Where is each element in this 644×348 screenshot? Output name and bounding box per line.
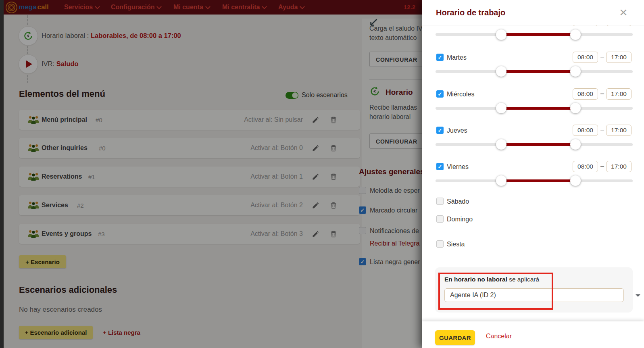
day-row-viernes: ✓ Viernes 08:00 – 17:00 <box>422 160 644 194</box>
panel-header: Horario de trabajo × <box>422 0 644 25</box>
slider-thumb-start[interactable] <box>496 103 506 113</box>
close-icon[interactable]: × <box>615 4 631 20</box>
time-start-input[interactable]: 08:00 <box>573 88 598 100</box>
time-end-input[interactable]: 17:00 <box>606 88 631 100</box>
app-root: megacall Servicios Configuración Mi cuen… <box>0 0 644 348</box>
day-checkbox[interactable]: ✓ <box>436 54 444 61</box>
slider-thumb-end[interactable] <box>570 139 581 150</box>
after-hours-label: En horario no laboral se aplicará <box>444 276 539 283</box>
day-row-miercoles: ✓ Miércoles 08:00 – 17:00 <box>422 88 644 121</box>
day-checkbox[interactable]: ✓ <box>436 163 444 170</box>
after-hours-selected-value: Agente IA (ID 2) <box>450 289 496 302</box>
slider-thumb-start[interactable] <box>496 175 506 186</box>
day-label: Domingo <box>447 216 473 223</box>
time-start-input[interactable]: 08:00 <box>573 52 598 63</box>
divider <box>430 232 636 232</box>
day-row-jueves: ✓ Jueves 08:00 – 17:00 <box>422 124 644 158</box>
slider-active-range <box>501 107 575 110</box>
day-label: Viernes <box>447 163 469 171</box>
slider-thumb-end[interactable] <box>570 103 581 113</box>
time-end-input[interactable]: 17:00 <box>606 161 631 172</box>
time-dash: – <box>600 90 604 97</box>
domingo-checkbox[interactable] <box>436 215 444 223</box>
time-end-input[interactable]: 17:00 <box>606 125 631 136</box>
siesta-label: Siesta <box>447 241 465 248</box>
time-dash: – <box>600 163 604 170</box>
cancel-button[interactable]: Cancelar <box>486 333 512 340</box>
day-label: Sábado <box>447 198 469 205</box>
time-dash: – <box>600 53 604 60</box>
sabado-checkbox[interactable] <box>436 198 444 205</box>
time-dash: – <box>600 126 604 133</box>
day-label: Miércoles <box>447 91 474 98</box>
day-row-martes: ✓ Martes 08:00 – 17:00 <box>422 51 644 85</box>
time-range-slider[interactable] <box>436 70 633 73</box>
day-label: Jueves <box>447 127 467 134</box>
slider-active-range <box>501 143 575 146</box>
after-hours-select[interactable]: Agente IA (ID 2) <box>444 288 624 302</box>
slider-thumb-end[interactable] <box>570 29 581 40</box>
check-icon: ✓ <box>438 164 442 169</box>
caret-down-icon <box>636 294 640 297</box>
slider-active-range <box>501 179 575 182</box>
time-range-slider[interactable] <box>436 143 633 146</box>
check-icon: ✓ <box>438 55 442 60</box>
panel-title: Horario de trabajo <box>436 0 505 25</box>
after-hours-label-rest: se aplicará <box>507 276 539 283</box>
time-start-input[interactable]: 08:00 <box>573 161 598 172</box>
save-button[interactable]: GUARDAR <box>435 330 475 345</box>
panel-footer: GUARDAR Cancelar <box>422 321 644 348</box>
slider-thumb-start[interactable] <box>496 29 506 40</box>
time-range-slider[interactable] <box>436 33 633 36</box>
day-checkbox[interactable]: ✓ <box>436 127 444 134</box>
time-range-slider[interactable] <box>436 179 633 182</box>
time-range-slider[interactable] <box>436 107 633 110</box>
siesta-checkbox[interactable] <box>436 240 444 248</box>
time-end-input[interactable]: 17:00 <box>606 52 631 63</box>
check-icon: ✓ <box>438 128 442 133</box>
check-icon: ✓ <box>438 92 442 97</box>
slider-thumb-start[interactable] <box>496 66 506 77</box>
slider-thumb-end[interactable] <box>570 66 581 77</box>
work-schedule-panel: ✓ Martes 08:00 – 17:00 ✓ Miércoles 08:00… <box>422 0 644 348</box>
after-hours-label-bold: En horario no laboral <box>444 276 507 283</box>
slider-active-range <box>501 70 575 73</box>
time-start-input[interactable]: 08:00 <box>573 125 598 136</box>
slider-active-range <box>501 33 575 36</box>
day-label: Martes <box>447 54 467 61</box>
slider-thumb-start[interactable] <box>496 139 506 150</box>
day-checkbox[interactable]: ✓ <box>436 90 444 98</box>
slider-thumb-end[interactable] <box>570 175 581 186</box>
